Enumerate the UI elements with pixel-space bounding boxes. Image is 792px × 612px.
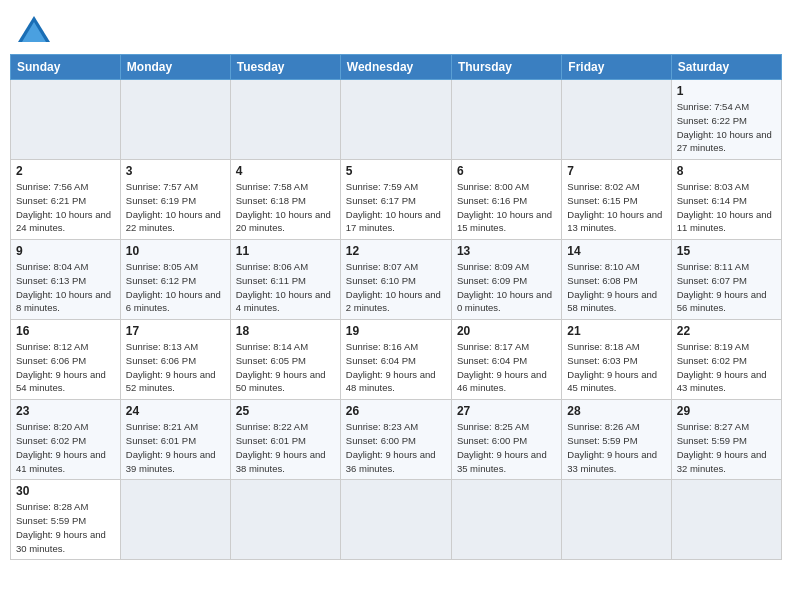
day-number: 10	[126, 244, 225, 258]
calendar-cell: 9Sunrise: 8:04 AM Sunset: 6:13 PM Daylig…	[11, 240, 121, 320]
day-of-week-header: Saturday	[671, 55, 781, 80]
calendar-week-row: 23Sunrise: 8:20 AM Sunset: 6:02 PM Dayli…	[11, 400, 782, 480]
calendar-cell: 13Sunrise: 8:09 AM Sunset: 6:09 PM Dayli…	[451, 240, 561, 320]
calendar-cell: 1Sunrise: 7:54 AM Sunset: 6:22 PM Daylig…	[671, 80, 781, 160]
day-number: 1	[677, 84, 776, 98]
day-number: 13	[457, 244, 556, 258]
day-info: Sunrise: 8:18 AM Sunset: 6:03 PM Dayligh…	[567, 340, 665, 395]
day-number: 19	[346, 324, 446, 338]
day-number: 26	[346, 404, 446, 418]
day-number: 14	[567, 244, 665, 258]
day-info: Sunrise: 8:06 AM Sunset: 6:11 PM Dayligh…	[236, 260, 335, 315]
calendar-cell	[671, 480, 781, 560]
day-info: Sunrise: 8:02 AM Sunset: 6:15 PM Dayligh…	[567, 180, 665, 235]
calendar-cell: 25Sunrise: 8:22 AM Sunset: 6:01 PM Dayli…	[230, 400, 340, 480]
day-of-week-header: Sunday	[11, 55, 121, 80]
calendar-cell	[451, 80, 561, 160]
calendar-cell	[340, 80, 451, 160]
calendar-cell: 20Sunrise: 8:17 AM Sunset: 6:04 PM Dayli…	[451, 320, 561, 400]
day-info: Sunrise: 8:03 AM Sunset: 6:14 PM Dayligh…	[677, 180, 776, 235]
day-info: Sunrise: 7:57 AM Sunset: 6:19 PM Dayligh…	[126, 180, 225, 235]
calendar-cell	[120, 80, 230, 160]
day-info: Sunrise: 8:00 AM Sunset: 6:16 PM Dayligh…	[457, 180, 556, 235]
day-number: 24	[126, 404, 225, 418]
calendar-cell: 26Sunrise: 8:23 AM Sunset: 6:00 PM Dayli…	[340, 400, 451, 480]
calendar-week-row: 16Sunrise: 8:12 AM Sunset: 6:06 PM Dayli…	[11, 320, 782, 400]
day-number: 28	[567, 404, 665, 418]
day-info: Sunrise: 8:12 AM Sunset: 6:06 PM Dayligh…	[16, 340, 115, 395]
day-info: Sunrise: 8:11 AM Sunset: 6:07 PM Dayligh…	[677, 260, 776, 315]
calendar-cell	[340, 480, 451, 560]
calendar-cell: 17Sunrise: 8:13 AM Sunset: 6:06 PM Dayli…	[120, 320, 230, 400]
day-info: Sunrise: 8:14 AM Sunset: 6:05 PM Dayligh…	[236, 340, 335, 395]
calendar-cell: 27Sunrise: 8:25 AM Sunset: 6:00 PM Dayli…	[451, 400, 561, 480]
calendar-cell: 28Sunrise: 8:26 AM Sunset: 5:59 PM Dayli…	[562, 400, 671, 480]
calendar-cell: 7Sunrise: 8:02 AM Sunset: 6:15 PM Daylig…	[562, 160, 671, 240]
calendar-cell: 14Sunrise: 8:10 AM Sunset: 6:08 PM Dayli…	[562, 240, 671, 320]
day-number: 17	[126, 324, 225, 338]
day-info: Sunrise: 8:19 AM Sunset: 6:02 PM Dayligh…	[677, 340, 776, 395]
day-number: 3	[126, 164, 225, 178]
calendar-table: SundayMondayTuesdayWednesdayThursdayFrid…	[10, 54, 782, 560]
day-info: Sunrise: 8:17 AM Sunset: 6:04 PM Dayligh…	[457, 340, 556, 395]
day-number: 9	[16, 244, 115, 258]
day-number: 12	[346, 244, 446, 258]
day-number: 20	[457, 324, 556, 338]
calendar-cell: 29Sunrise: 8:27 AM Sunset: 5:59 PM Dayli…	[671, 400, 781, 480]
day-number: 6	[457, 164, 556, 178]
calendar-cell	[562, 80, 671, 160]
calendar-week-row: 9Sunrise: 8:04 AM Sunset: 6:13 PM Daylig…	[11, 240, 782, 320]
day-info: Sunrise: 8:25 AM Sunset: 6:00 PM Dayligh…	[457, 420, 556, 475]
day-info: Sunrise: 8:20 AM Sunset: 6:02 PM Dayligh…	[16, 420, 115, 475]
calendar-cell: 23Sunrise: 8:20 AM Sunset: 6:02 PM Dayli…	[11, 400, 121, 480]
day-number: 22	[677, 324, 776, 338]
day-info: Sunrise: 8:22 AM Sunset: 6:01 PM Dayligh…	[236, 420, 335, 475]
day-info: Sunrise: 8:04 AM Sunset: 6:13 PM Dayligh…	[16, 260, 115, 315]
day-number: 30	[16, 484, 115, 498]
day-info: Sunrise: 8:13 AM Sunset: 6:06 PM Dayligh…	[126, 340, 225, 395]
logo-icon	[16, 14, 52, 44]
page-header	[10, 10, 782, 48]
day-number: 29	[677, 404, 776, 418]
day-number: 16	[16, 324, 115, 338]
calendar-cell: 4Sunrise: 7:58 AM Sunset: 6:18 PM Daylig…	[230, 160, 340, 240]
day-info: Sunrise: 8:27 AM Sunset: 5:59 PM Dayligh…	[677, 420, 776, 475]
day-info: Sunrise: 8:23 AM Sunset: 6:00 PM Dayligh…	[346, 420, 446, 475]
calendar-cell	[451, 480, 561, 560]
day-number: 18	[236, 324, 335, 338]
calendar-cell: 6Sunrise: 8:00 AM Sunset: 6:16 PM Daylig…	[451, 160, 561, 240]
calendar-cell: 2Sunrise: 7:56 AM Sunset: 6:21 PM Daylig…	[11, 160, 121, 240]
day-info: Sunrise: 8:07 AM Sunset: 6:10 PM Dayligh…	[346, 260, 446, 315]
day-of-week-header: Tuesday	[230, 55, 340, 80]
day-number: 11	[236, 244, 335, 258]
day-info: Sunrise: 8:05 AM Sunset: 6:12 PM Dayligh…	[126, 260, 225, 315]
calendar-cell: 12Sunrise: 8:07 AM Sunset: 6:10 PM Dayli…	[340, 240, 451, 320]
day-number: 7	[567, 164, 665, 178]
day-number: 27	[457, 404, 556, 418]
calendar-cell: 15Sunrise: 8:11 AM Sunset: 6:07 PM Dayli…	[671, 240, 781, 320]
calendar-cell: 24Sunrise: 8:21 AM Sunset: 6:01 PM Dayli…	[120, 400, 230, 480]
day-number: 23	[16, 404, 115, 418]
calendar-cell: 8Sunrise: 8:03 AM Sunset: 6:14 PM Daylig…	[671, 160, 781, 240]
day-info: Sunrise: 8:21 AM Sunset: 6:01 PM Dayligh…	[126, 420, 225, 475]
day-number: 4	[236, 164, 335, 178]
calendar-cell: 11Sunrise: 8:06 AM Sunset: 6:11 PM Dayli…	[230, 240, 340, 320]
calendar-week-row: 1Sunrise: 7:54 AM Sunset: 6:22 PM Daylig…	[11, 80, 782, 160]
calendar-cell	[120, 480, 230, 560]
day-of-week-header: Thursday	[451, 55, 561, 80]
logo	[16, 14, 56, 44]
calendar-cell	[230, 80, 340, 160]
calendar-cell: 16Sunrise: 8:12 AM Sunset: 6:06 PM Dayli…	[11, 320, 121, 400]
calendar-cell: 22Sunrise: 8:19 AM Sunset: 6:02 PM Dayli…	[671, 320, 781, 400]
day-of-week-header: Wednesday	[340, 55, 451, 80]
day-number: 25	[236, 404, 335, 418]
calendar-cell: 30Sunrise: 8:28 AM Sunset: 5:59 PM Dayli…	[11, 480, 121, 560]
calendar-cell: 10Sunrise: 8:05 AM Sunset: 6:12 PM Dayli…	[120, 240, 230, 320]
calendar-week-row: 2Sunrise: 7:56 AM Sunset: 6:21 PM Daylig…	[11, 160, 782, 240]
day-of-week-header: Friday	[562, 55, 671, 80]
calendar-week-row: 30Sunrise: 8:28 AM Sunset: 5:59 PM Dayli…	[11, 480, 782, 560]
day-number: 2	[16, 164, 115, 178]
day-number: 15	[677, 244, 776, 258]
calendar-cell: 18Sunrise: 8:14 AM Sunset: 6:05 PM Dayli…	[230, 320, 340, 400]
day-info: Sunrise: 8:16 AM Sunset: 6:04 PM Dayligh…	[346, 340, 446, 395]
